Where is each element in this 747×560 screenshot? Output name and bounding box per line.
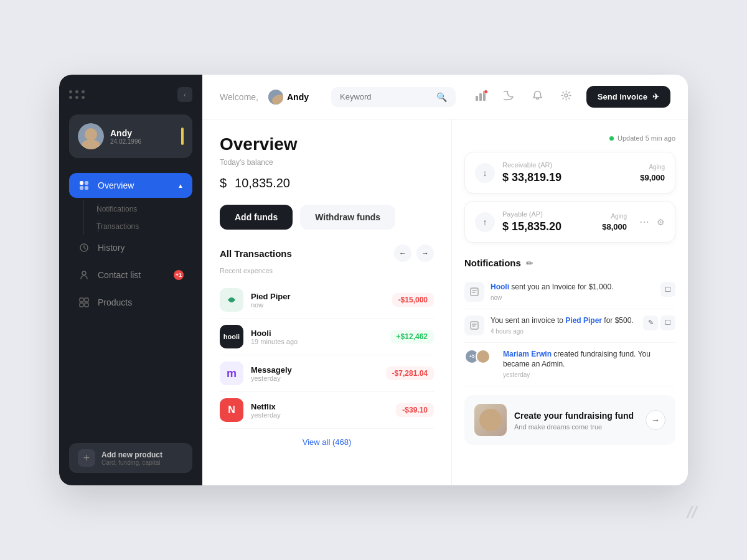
notif-edit-button[interactable]: ✎ [643, 315, 658, 330]
nav-sub-inner: Notifications Transactions [79, 200, 192, 235]
sidebar-sub-label: Transactions [96, 222, 139, 231]
avatar-image [78, 123, 104, 149]
nav-sub-wrapper: Notifications Transactions [69, 200, 192, 235]
sidebar-item-products[interactable]: Products [69, 290, 192, 315]
settings-small-icon[interactable]: ⚙ [657, 217, 665, 227]
ap-label: Payable (AP) [502, 210, 594, 218]
notif-text: Hooli sent you an Invoice for $1,000. no… [491, 282, 654, 302]
tx-amount: -$7,281.04 [386, 366, 434, 380]
svg-rect-15 [471, 288, 478, 296]
search-input[interactable] [340, 92, 431, 101]
gear-icon [561, 90, 571, 103]
notifications-header: Notifications ✏ [464, 258, 675, 268]
notification-item-3: +5 Mariam Erwin created fundraising fund… [464, 343, 675, 387]
bell-icon [532, 90, 543, 103]
nav-arrows: ← → [394, 245, 434, 262]
search-icon: 🔍 [436, 92, 447, 102]
add-funds-button[interactable]: Add funds [220, 205, 293, 230]
chart-icon-button[interactable] [471, 87, 491, 107]
green-dot [609, 136, 614, 141]
tx-info: Messagely yesterday [251, 365, 378, 382]
bell-icon-button[interactable] [528, 87, 548, 107]
notif-time: 4 hours ago [491, 327, 637, 336]
notif-icon-invoice [464, 282, 484, 302]
ar-info: Receivable (AR) $ 33,819.19 [502, 161, 632, 184]
avatar-group: +5 [464, 349, 491, 364]
prev-arrow-button[interactable]: ← [394, 245, 411, 262]
withdraw-funds-button[interactable]: Withdraw funds [300, 205, 395, 230]
collapse-button[interactable]: ‹ [177, 87, 192, 102]
header-username: Andy [287, 92, 309, 102]
transactions-title: All Transactions [220, 248, 292, 259]
balance-section: Today's balance $ 10,835.20 [220, 158, 434, 192]
sidebar-item-transactions[interactable]: Transactions [88, 218, 192, 235]
dot [69, 90, 72, 93]
send-invoice-button[interactable]: Send invoice ✈ [586, 86, 670, 108]
nav-arrow: ▲ [177, 182, 184, 189]
avatar [78, 123, 104, 149]
tx-time: yesterday [251, 375, 378, 382]
transaction-list: Pied Piper now -$15,000 hooli Hooli 19 m… [220, 282, 434, 429]
tx-name: Hooli [251, 329, 383, 338]
balance-cards: ↓ Receivable (AR) $ 33,819.19 Aging $9,0… [464, 152, 675, 243]
svg-point-5 [82, 271, 86, 275]
notif-actions: ✎ ☐ [643, 315, 675, 330]
ar-aging-label: Aging [640, 164, 665, 170]
svg-rect-9 [85, 303, 88, 307]
sidebar-sub-label: Notifications [96, 205, 137, 213]
sidebar-item-label: History [98, 243, 125, 253]
transactions-header: All Transactions ← → [220, 245, 434, 262]
tx-logo-hooli: hooli [220, 325, 243, 348]
ap-arrow: ↑ [475, 212, 495, 232]
header: Welcome, Andy 🔍 [202, 75, 688, 119]
page-title: Overview [220, 134, 434, 154]
tx-info: Pied Piper now [251, 292, 385, 309]
avatar-group-inner: +5 [464, 349, 491, 364]
fundraising-arrow-button[interactable]: → [646, 410, 665, 430]
notif-text: Mariam Erwin created fundraising fund. Y… [503, 349, 675, 380]
welcome-user: Andy [268, 90, 309, 105]
tx-time: 19 minutes ago [251, 338, 383, 345]
search-bar[interactable]: 🔍 [331, 87, 456, 107]
moon-icon-button[interactable] [499, 87, 519, 107]
sidebar-item-contact-list[interactable]: Contact list +1 [69, 263, 192, 287]
notif-link[interactable]: Hooli [491, 282, 509, 291]
view-all-link[interactable]: View all (468) [220, 437, 434, 447]
settings-icon-button[interactable] [557, 87, 576, 107]
tx-logo-pied-piper [220, 288, 243, 312]
notification-badge [484, 90, 488, 94]
next-arrow-button[interactable]: → [416, 245, 434, 262]
sidebar-item-notifications[interactable]: Notifications [88, 200, 192, 218]
sidebar-item-overview[interactable]: Overview ▲ [69, 173, 192, 198]
header-avatar [268, 90, 283, 105]
main-content: Welcome, Andy 🔍 [202, 75, 688, 485]
sidebar: ‹ Andy 24.02.1996 Overview [59, 75, 202, 485]
send-invoice-label: Send invoice [598, 92, 647, 101]
svg-rect-3 [85, 186, 88, 190]
add-product-button[interactable]: + Add new product Card, funding, capital [69, 443, 192, 473]
table-row: Pied Piper now -$15,000 [220, 282, 434, 319]
notif-dismiss-button[interactable]: ☐ [660, 282, 675, 297]
user-card: Andy 24.02.1996 [69, 114, 192, 158]
notif-dismiss-button[interactable]: ☐ [660, 315, 675, 330]
overview-icon [78, 179, 90, 192]
notif-link[interactable]: Pied Piper [565, 316, 602, 325]
sidebar-item-history[interactable]: History [69, 235, 192, 260]
notifications-title: Notifications [464, 258, 521, 268]
pencil-icon[interactable]: ✏ [526, 258, 533, 268]
svg-rect-2 [80, 186, 83, 190]
ap-aging-amount: $8,000 [602, 222, 627, 231]
dot [69, 96, 72, 99]
content-area: Overview Today's balance $ 10,835.20 Add… [202, 119, 688, 485]
tx-logo-messagely: m [220, 362, 243, 385]
ar-amount: $ 33,819.19 [502, 171, 632, 184]
fundraising-image [474, 404, 507, 436]
ap-more-button[interactable]: ⋯ [639, 216, 649, 228]
dot [82, 96, 85, 99]
fundraising-text: Create your fundraising fund And make dr… [514, 410, 638, 431]
svg-rect-8 [80, 303, 83, 307]
action-buttons: Add funds Withdraw funds [220, 205, 434, 230]
products-icon [78, 296, 90, 309]
decorative-slashes: // [686, 503, 699, 523]
notif-link[interactable]: Mariam Erwin [503, 350, 552, 358]
